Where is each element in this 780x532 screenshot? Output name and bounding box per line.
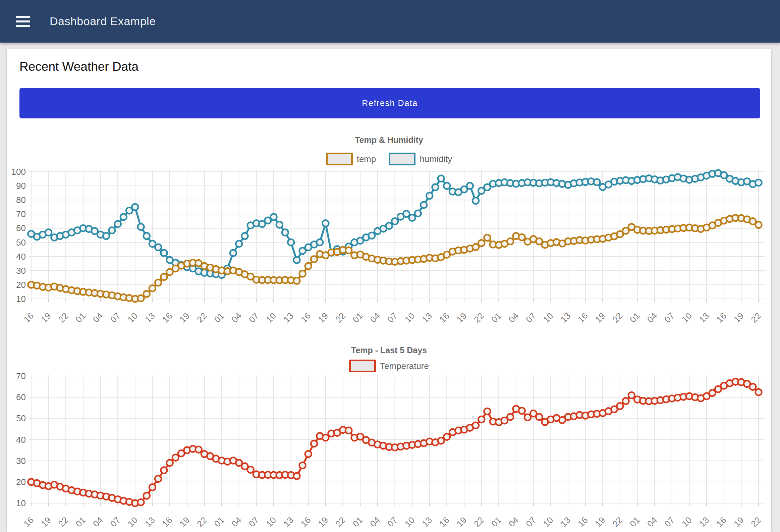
data-point-marker	[467, 183, 473, 189]
x-tick-label: 01	[212, 310, 226, 325]
x-tick-label: 13	[559, 310, 573, 325]
data-point-marker	[628, 392, 635, 398]
x-tick-label: 01	[74, 310, 88, 325]
data-point-marker	[432, 184, 439, 191]
data-point-marker	[45, 230, 52, 236]
x-tick-label: 10	[403, 515, 417, 529]
data-point-marker	[507, 238, 514, 245]
data-point-marker	[109, 227, 115, 234]
x-tick-label: 13	[697, 515, 711, 529]
legend-item-humidity[interactable]: humidity	[389, 153, 452, 165]
x-tick-label: 10	[126, 310, 140, 325]
x-tick-label: 19	[178, 310, 192, 325]
data-point-marker	[519, 407, 525, 414]
data-point-marker	[444, 434, 450, 440]
legend-item-temp[interactable]: temp	[326, 153, 376, 165]
x-tick-label: 16	[160, 310, 175, 325]
data-point-marker	[519, 234, 525, 241]
data-point-marker	[167, 460, 173, 466]
data-point-marker	[288, 239, 294, 246]
data-point-marker	[282, 230, 288, 236]
data-point-marker	[473, 422, 479, 429]
data-point-marker	[409, 215, 416, 221]
x-tick-label: 10	[541, 310, 555, 325]
data-point-marker	[623, 398, 629, 404]
data-point-marker	[311, 440, 317, 447]
y-tick-label: 60	[16, 223, 26, 233]
data-point-marker	[369, 233, 375, 239]
x-tick-label: 04	[91, 515, 105, 529]
data-point-marker	[322, 220, 329, 227]
x-tick-label: 04	[229, 310, 243, 325]
x-tick-label: 13	[143, 515, 157, 529]
data-point-marker	[311, 256, 317, 262]
data-point-marker	[236, 241, 242, 247]
refresh-data-button[interactable]: Refresh Data	[19, 88, 760, 118]
data-point-marker	[247, 467, 254, 473]
y-tick-label: 40	[16, 435, 26, 445]
x-tick-label: 19	[39, 515, 53, 529]
data-point-marker	[536, 414, 542, 420]
x-axis-labels: 1619220104071013161922010407101316192201…	[22, 515, 763, 529]
x-tick-label: 07	[524, 515, 538, 529]
data-point-marker	[473, 198, 479, 204]
x-tick-label: 22	[472, 515, 486, 529]
data-point-marker	[426, 193, 433, 199]
x-tick-label: 22	[749, 310, 763, 325]
x-tick-label: 04	[91, 310, 105, 325]
hamburger-menu-icon[interactable]	[16, 16, 30, 27]
x-tick-label: 01	[351, 310, 365, 325]
data-point-marker	[386, 223, 392, 229]
y-tick-label: 50	[16, 238, 26, 248]
data-point-marker	[484, 235, 490, 241]
data-point-marker	[144, 233, 150, 239]
x-tick-label: 16	[714, 310, 728, 325]
hamburger-bar	[16, 16, 30, 18]
x-tick-label: 13	[281, 515, 295, 529]
x-tick-label: 01	[628, 515, 642, 529]
gridlines	[29, 375, 765, 506]
x-tick-label: 16	[437, 515, 451, 529]
x-tick-label: 07	[247, 515, 261, 529]
temp-last-5-days-chart-canvas: 7060504030201016192201040710131619220104…	[7, 371, 771, 532]
y-axis-labels: 70605040302010	[16, 371, 26, 508]
x-tick-label: 04	[645, 310, 659, 325]
y-tick-label: 40	[16, 252, 26, 262]
x-tick-label: 01	[351, 515, 365, 529]
gridlines	[29, 171, 765, 302]
data-point-marker	[161, 250, 167, 256]
x-tick-label: 16	[299, 310, 313, 325]
x-tick-label: 19	[732, 310, 746, 325]
x-tick-label: 16	[576, 310, 590, 325]
x-tick-label: 19	[593, 310, 607, 325]
data-point-marker	[594, 179, 600, 186]
data-point-marker	[299, 462, 306, 469]
x-tick-label: 04	[368, 310, 382, 325]
x-tick-label: 22	[749, 515, 763, 529]
hamburger-bar	[16, 25, 30, 27]
data-point-marker	[241, 233, 248, 239]
data-point-marker	[316, 239, 323, 246]
data-point-marker	[755, 389, 762, 395]
x-tick-label: 10	[541, 515, 555, 529]
x-tick-label: 19	[732, 515, 746, 529]
legend-label: humidity	[420, 154, 452, 164]
x-tick-label: 19	[455, 515, 469, 529]
x-tick-label: 13	[420, 310, 434, 325]
y-tick-label: 30	[16, 456, 26, 466]
chart1-title: Temp & Humidity	[7, 135, 771, 145]
x-tick-label: 04	[507, 515, 521, 529]
x-tick-label: 10	[680, 310, 694, 325]
data-point-marker	[144, 492, 150, 499]
x-tick-label: 22	[195, 310, 209, 325]
x-tick-label: 10	[403, 310, 417, 325]
data-point-marker	[155, 279, 161, 286]
hamburger-bar	[16, 20, 30, 22]
x-tick-label: 07	[662, 515, 676, 529]
data-point-marker	[138, 499, 144, 505]
data-point-marker	[755, 222, 762, 228]
data-point-marker	[155, 476, 161, 482]
y-tick-label: 70	[16, 371, 26, 381]
x-tick-label: 16	[22, 515, 36, 529]
x-tick-label: 10	[264, 515, 278, 529]
